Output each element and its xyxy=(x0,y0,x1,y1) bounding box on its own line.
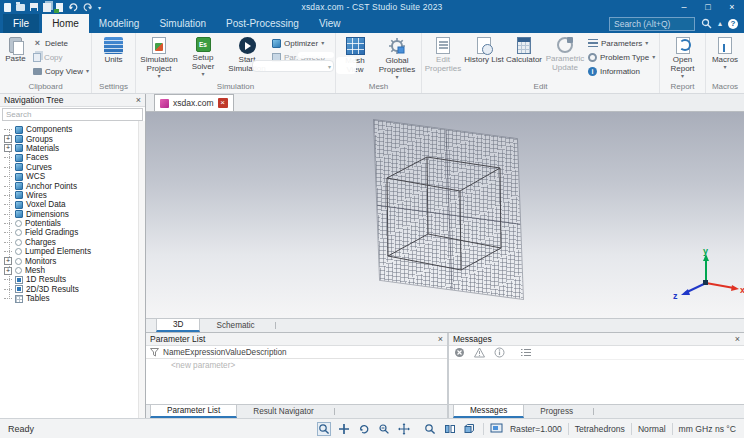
redo-icon[interactable] xyxy=(83,2,93,12)
tree-item[interactable]: + Tables xyxy=(0,294,145,303)
tree-item[interactable]: + Anchor Points xyxy=(0,181,145,190)
expand-plus-icon[interactable]: + xyxy=(4,257,12,265)
message-list-icon[interactable] xyxy=(520,347,532,358)
tree-item[interactable]: + Components xyxy=(0,125,145,134)
copy-view-button[interactable]: Copy View▾ xyxy=(31,66,91,77)
tab-parameter-list[interactable]: Parameter List xyxy=(150,405,237,418)
tree-item[interactable]: + Monitors xyxy=(0,256,145,265)
menu-tab[interactable]: Home xyxy=(42,14,89,33)
tree-item[interactable]: + Potentials xyxy=(0,219,145,228)
simulation-project-button[interactable]: Simulation Project ▾ xyxy=(136,35,182,79)
document-close-icon[interactable]: × xyxy=(218,98,228,108)
search-icon[interactable] xyxy=(701,18,712,29)
menu-tab[interactable]: Modeling xyxy=(89,14,150,33)
setup-solver-button[interactable]: Es Setup Solver ▾ xyxy=(182,35,224,77)
tree-item[interactable]: + Materials xyxy=(0,144,145,153)
column-header[interactable]: Expression xyxy=(185,348,226,357)
parameters-button[interactable]: Parameters▾ xyxy=(586,38,658,49)
maximize-button[interactable]: □ xyxy=(696,0,720,14)
column-header[interactable]: Name xyxy=(163,348,185,357)
rotate-icon[interactable] xyxy=(357,422,371,436)
delete-button[interactable]: ×Delete xyxy=(31,38,91,49)
expand-plus-icon[interactable]: + xyxy=(4,144,12,152)
tree-search-box[interactable] xyxy=(2,108,143,121)
3d-viewport[interactable]: y x z xyxy=(146,112,744,318)
save-icon[interactable] xyxy=(30,3,38,11)
edit-properties-button[interactable]: Edit Properties xyxy=(422,35,464,73)
open-report-button[interactable]: Open Report ▾ xyxy=(662,35,704,79)
save-all-icon[interactable] xyxy=(43,3,51,12)
tab-progress[interactable]: Progress xyxy=(524,405,589,418)
tree-item[interactable]: + Field Gradings xyxy=(0,228,145,237)
expand-plus-icon[interactable]: + xyxy=(4,267,12,275)
pan-icon[interactable] xyxy=(397,422,411,436)
undo-icon[interactable] xyxy=(68,2,78,12)
zoom-window-icon[interactable] xyxy=(423,422,437,436)
paste-button[interactable]: Paste xyxy=(0,35,31,63)
tab-messages[interactable]: Messages xyxy=(453,405,524,418)
minimize-button[interactable]: – xyxy=(672,0,696,14)
menu-tab[interactable]: View xyxy=(309,14,351,33)
tree-item[interactable]: + Lumped Elements xyxy=(0,247,145,256)
filter-funnel-icon[interactable] xyxy=(150,348,163,357)
parametric-update-button[interactable]: Parametric Update xyxy=(544,35,586,72)
close-panel-icon[interactable]: × xyxy=(438,335,443,344)
menu-tab[interactable]: File xyxy=(3,14,39,33)
macros-button[interactable]: Macros ▾ xyxy=(707,35,743,70)
help-icon[interactable]: ? xyxy=(728,19,738,29)
column-header[interactable]: Description xyxy=(246,348,287,357)
tree-item[interactable]: + Mesh xyxy=(0,266,145,275)
fit-view-icon[interactable] xyxy=(317,422,331,436)
close-button[interactable]: × xyxy=(720,0,744,14)
problem-type-button[interactable]: Problem Type▾ xyxy=(586,52,658,63)
menu-tab[interactable]: Simulation xyxy=(149,14,216,33)
new-file-icon[interactable] xyxy=(4,3,11,12)
zoom-dynamic-icon[interactable] xyxy=(377,422,391,436)
tree-item[interactable]: + Charges xyxy=(0,238,145,247)
search-box[interactable] xyxy=(609,17,695,31)
tab-3d[interactable]: 3D xyxy=(156,319,200,332)
messages-body[interactable] xyxy=(449,359,744,404)
document-tab[interactable]: xsdax.com × xyxy=(154,94,234,111)
new-parameter-row[interactable]: <new parameter> xyxy=(146,359,447,371)
calculator-button[interactable]: Calculator xyxy=(504,35,544,64)
history-list-button[interactable]: History List xyxy=(464,35,504,64)
tree-item[interactable]: + WCS xyxy=(0,172,145,181)
display-options-icon[interactable] xyxy=(490,422,504,436)
split-view-icon[interactable] xyxy=(443,422,457,436)
status-mesh-cells[interactable]: Tetrahedrons xyxy=(575,424,625,434)
close-panel-icon[interactable]: × xyxy=(136,96,141,105)
status-units[interactable]: mm GHz ns °C xyxy=(679,424,736,434)
information-button[interactable]: iInformation xyxy=(586,66,658,77)
open-file-icon[interactable] xyxy=(16,4,25,11)
copy-button[interactable]: Copy xyxy=(31,52,91,63)
info-filter-icon[interactable] xyxy=(494,347,505,358)
tree-item[interactable]: + 1D Results xyxy=(0,275,145,284)
tree-item[interactable]: + Faces xyxy=(0,153,145,162)
search-input[interactable] xyxy=(614,19,690,29)
status-view-mode[interactable]: Normal xyxy=(638,424,666,434)
tree-scrollbar[interactable] xyxy=(138,121,145,418)
warnings-filter-icon[interactable] xyxy=(474,347,485,358)
column-header[interactable]: Value xyxy=(225,348,245,357)
errors-filter-icon[interactable] xyxy=(454,347,465,358)
close-panel-icon[interactable]: × xyxy=(735,335,740,344)
optimizer-button[interactable]: Optimizer▾ xyxy=(270,38,334,49)
move-icon[interactable] xyxy=(337,422,351,436)
tree-item[interactable]: + Voxel Data xyxy=(0,200,145,209)
tree-item[interactable]: + 2D/3D Results xyxy=(0,285,145,294)
bounding-box-icon[interactable] xyxy=(463,422,477,436)
qat-customize-icon[interactable]: ▾ xyxy=(98,4,101,11)
units-button[interactable]: Units xyxy=(94,35,134,64)
tab-schematic[interactable]: Schematic xyxy=(200,319,270,332)
tree-item[interactable]: + Dimensions xyxy=(0,210,145,219)
expand-plus-icon[interactable]: + xyxy=(4,135,12,143)
tree-search-input[interactable] xyxy=(6,110,139,119)
collapse-ribbon-icon[interactable]: ▴ xyxy=(718,19,722,28)
tree-item[interactable]: + Wires xyxy=(0,191,145,200)
macro-icon[interactable] xyxy=(56,3,63,12)
global-properties-button[interactable]: Global Properties ▾ xyxy=(374,35,420,80)
tree-item[interactable]: + Curves xyxy=(0,163,145,172)
tree-item[interactable]: + Groups xyxy=(0,134,145,143)
menu-tab[interactable]: Post-Processing xyxy=(216,14,309,33)
